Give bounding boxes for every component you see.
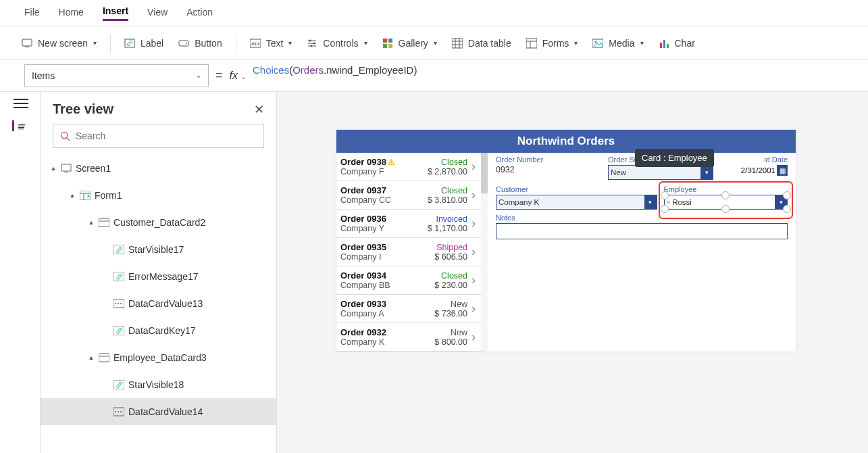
tree-node-datacardvalue13[interactable]: DataCardValue13 xyxy=(41,290,276,317)
tree-view-icon[interactable] xyxy=(12,120,26,131)
tree-node-screen[interactable]: ▲ Screen1 xyxy=(41,155,276,182)
chevron-right-icon: › xyxy=(471,216,476,231)
menu-home[interactable]: Home xyxy=(59,7,84,20)
chevron-right-icon: › xyxy=(471,302,476,316)
resize-handle[interactable] xyxy=(721,205,730,213)
tree-node-employee-card[interactable]: ▲ Employee_DataCard3 xyxy=(41,344,276,371)
svg-rect-12 xyxy=(383,44,387,48)
svg-point-32 xyxy=(120,303,122,304)
svg-text:Abc: Abc xyxy=(251,41,261,47)
tree-node-starvisible18[interactable]: StarVisible18 xyxy=(41,371,276,398)
notes-input[interactable] xyxy=(496,223,788,239)
close-icon[interactable]: ✕ xyxy=(254,102,264,117)
order-status: Invoiced xyxy=(428,214,467,224)
menu-view[interactable]: View xyxy=(147,7,168,20)
caret-down-icon: ▲ xyxy=(50,165,57,172)
tree-search[interactable] xyxy=(53,124,264,148)
svg-rect-15 xyxy=(526,39,537,48)
controls-button[interactable]: Controls ▾ xyxy=(305,35,368,51)
resize-handle[interactable] xyxy=(783,205,791,213)
chevron-right-icon: › xyxy=(471,188,476,202)
customer-dropdown[interactable]: Company K ▾ xyxy=(496,195,657,210)
tree-node-datacardkey17[interactable]: DataCardKey17 xyxy=(41,317,276,344)
order-gallery[interactable]: Order 0938⚠ Company F Closed $ 2,870.00 … xyxy=(336,153,481,352)
svg-rect-13 xyxy=(388,44,392,48)
order-status-dropdown[interactable]: New ▾ xyxy=(608,165,713,180)
svg-rect-14 xyxy=(452,39,463,48)
order-row[interactable]: Order 0936 Company Y Invoiced $ 1,170.00… xyxy=(336,210,481,238)
combobox-icon xyxy=(113,299,124,308)
tree-node-starvisible17[interactable]: StarVisible17 xyxy=(41,236,276,263)
order-status: Closed xyxy=(428,158,467,167)
app-title: Northwind Orders xyxy=(336,130,796,153)
svg-point-38 xyxy=(118,411,119,412)
resize-handle[interactable] xyxy=(783,191,791,199)
order-row[interactable]: Order 0932 Company K New $ 800.00 › xyxy=(336,323,481,352)
controls-label: Controls xyxy=(323,38,358,49)
data-table-button[interactable]: Data table xyxy=(451,35,513,51)
tree-node-errormessage17[interactable]: ErrorMessage17 xyxy=(41,263,276,290)
order-form: Card : Employee Order Number 0932 Order … xyxy=(488,153,796,352)
chart-icon xyxy=(659,38,669,49)
tree-node-form[interactable]: ▲ Form1 xyxy=(41,182,276,209)
svg-point-30 xyxy=(115,303,116,304)
node-label: Employee_DataCard3 xyxy=(113,352,207,363)
button-button[interactable]: Button xyxy=(177,35,223,51)
order-amount: $ 736.00 xyxy=(434,309,467,318)
data-table-icon xyxy=(452,38,463,49)
svg-rect-2 xyxy=(125,39,134,47)
svg-line-22 xyxy=(67,137,70,140)
chevron-down-icon: ▾ xyxy=(434,39,437,47)
formula-input[interactable]: Choices(Orders.nwind_EmployeeID) xyxy=(253,64,861,87)
chevron-down-icon: ▾ xyxy=(93,39,97,47)
chart-button[interactable]: Char xyxy=(657,35,696,51)
hamburger-icon[interactable] xyxy=(14,99,27,110)
chevron-down-icon: ▾ xyxy=(288,39,292,47)
new-screen-button[interactable]: New screen ▾ xyxy=(20,35,98,51)
screen-icon xyxy=(22,38,32,49)
paid-date-picker[interactable]: 2/31/2001 ▦ xyxy=(720,165,788,176)
svg-rect-0 xyxy=(22,39,32,46)
caret-down-icon: ▲ xyxy=(69,192,76,199)
node-label: DataCardKey17 xyxy=(128,325,196,336)
order-row[interactable]: Order 0938⚠ Company F Closed $ 2,870.00 … xyxy=(336,153,481,181)
order-company: Company BB xyxy=(340,281,434,290)
svg-point-31 xyxy=(118,303,119,304)
resize-handle[interactable] xyxy=(661,205,669,213)
employee-dropdown[interactable]: × Rossi ▾ xyxy=(664,195,788,210)
design-canvas[interactable]: Northwind Orders Order 0938⚠ Company F C… xyxy=(277,92,868,453)
node-label: StarVisible17 xyxy=(128,244,184,255)
order-row[interactable]: Order 0934 Company BB Closed $ 230.00 › xyxy=(336,266,481,295)
svg-point-4 xyxy=(186,43,187,44)
tree-search-input[interactable] xyxy=(76,130,257,141)
paid-date-value: 2/31/2001 xyxy=(741,166,775,174)
chevron-right-icon: › xyxy=(471,245,476,259)
node-label: DataCardValue13 xyxy=(128,298,203,309)
text-label: Text xyxy=(266,38,284,49)
menu-insert[interactable]: Insert xyxy=(103,5,128,21)
data-table-label: Data table xyxy=(468,38,511,49)
gallery-icon xyxy=(382,38,393,49)
resize-handle[interactable] xyxy=(721,191,730,199)
chevron-down-icon: ⌄ xyxy=(196,72,201,79)
svg-point-37 xyxy=(115,411,116,412)
order-row[interactable]: Order 0933 Company A New $ 736.00 › xyxy=(336,295,481,323)
order-row[interactable]: Order 0937 Company CC Closed $ 3,810.00 … xyxy=(336,181,481,210)
property-dropdown[interactable]: Items ⌄ xyxy=(24,64,209,87)
media-button[interactable]: Media ▾ xyxy=(591,35,644,51)
order-row[interactable]: Order 0935 Company I Shipped $ 606.50 › xyxy=(336,238,481,266)
forms-button[interactable]: Forms ▾ xyxy=(525,35,580,51)
tree-node-customer-card[interactable]: ▲ Customer_DataCard2 xyxy=(41,209,276,236)
label-button[interactable]: Label xyxy=(123,35,165,51)
gallery-button[interactable]: Gallery ▾ xyxy=(381,35,438,51)
resize-handle[interactable] xyxy=(661,191,669,199)
svg-rect-34 xyxy=(99,354,109,362)
text-button[interactable]: Abc Text ▾ xyxy=(249,35,294,51)
menu-file[interactable]: File xyxy=(24,7,40,20)
tree-node-datacardvalue14[interactable]: DataCardValue14 xyxy=(41,398,276,425)
order-number-label: Order Number xyxy=(496,156,601,164)
order-company: Company F xyxy=(340,167,428,176)
gallery-scrollbar[interactable] xyxy=(481,153,488,352)
menu-action[interactable]: Action xyxy=(186,7,213,20)
forms-label: Forms xyxy=(542,38,569,49)
